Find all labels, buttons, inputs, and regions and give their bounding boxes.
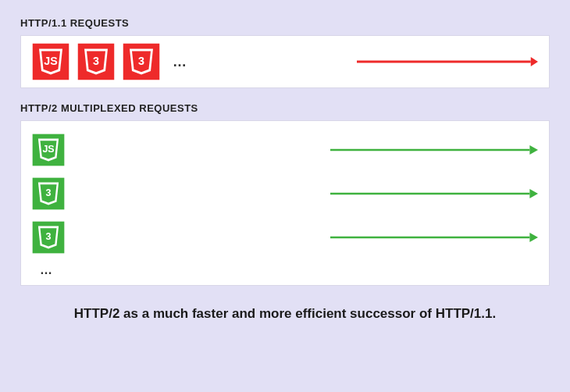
svg-text:3: 3 [46,231,52,242]
css3-shield-icon: 3 [77,43,115,80]
css3-shield-icon: 3 [123,43,160,80]
svg-marker-19 [529,233,538,242]
svg-text:3: 3 [138,55,144,67]
js-shield-icon: JS [32,43,69,80]
css3-shield-icon: 3 [32,221,65,254]
svg-text:JS: JS [42,144,54,155]
svg-marker-15 [529,189,538,198]
css3-shield-icon: 3 [32,177,65,210]
http2-row: JS [32,132,538,168]
parallel-arrow-icon [330,188,538,199]
http2-row: 3 [32,176,538,212]
http2-panel: JS 3 3 … [20,120,550,286]
svg-text:JS: JS [44,55,57,67]
ellipsis: … [32,263,538,277]
svg-marker-7 [531,57,538,66]
serial-arrow-icon [357,56,538,67]
parallel-arrow-icon [330,232,538,243]
http2-row: 3 [32,219,538,255]
http1-panel: JS 3 3 … [20,35,550,88]
svg-text:3: 3 [46,187,52,198]
http2-title: HTTP/2 MULTIPLEXED REQUESTS [20,102,550,114]
svg-text:3: 3 [93,55,99,67]
js-shield-icon: JS [32,134,65,166]
parallel-arrow-icon [330,144,538,155]
svg-marker-11 [529,145,538,155]
caption: HTTP/2 as a much faster and more efficie… [20,300,550,324]
ellipsis: … [168,54,193,70]
http1-title: HTTP/1.1 REQUESTS [20,17,550,29]
